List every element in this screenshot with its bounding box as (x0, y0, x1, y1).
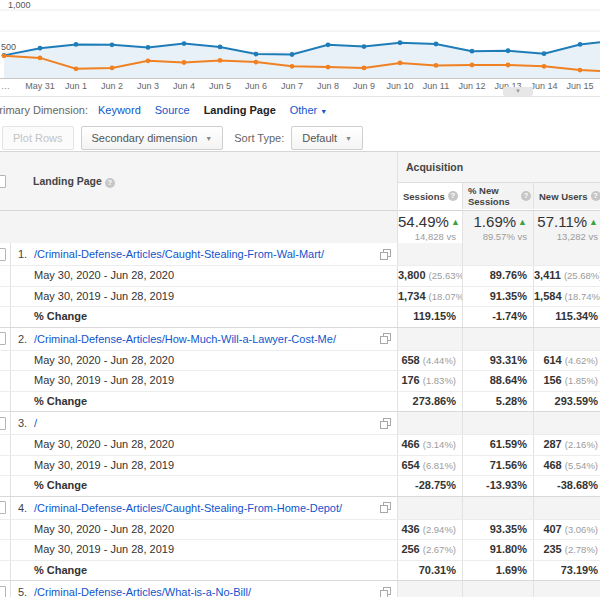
empty-metric-cell (462, 243, 533, 265)
landing-page-row-group: 1. /Criminal-Defense-Articles/Caught-Ste… (0, 243, 600, 327)
new-users-summary-pct: 57.11% (537, 213, 587, 230)
help-icon[interactable]: ? (521, 191, 531, 201)
sessions-value: 176 (401, 374, 419, 386)
row-index: 2. (18, 333, 34, 345)
row-checkbox[interactable] (0, 332, 6, 345)
svg-text:Jun 1: Jun 1 (65, 81, 87, 91)
line-chart: 1,000500May 31Jun 1Jun 2Jun 3Jun 4Jun 5J… (0, 0, 600, 96)
svg-text:Jun 6: Jun 6 (245, 81, 267, 91)
new-sessions-value: 61.59% (490, 438, 527, 450)
open-in-new-icon[interactable] (380, 502, 391, 513)
secondary-dimension-dropdown[interactable]: Secondary dimension ▼ (81, 126, 224, 150)
open-in-new-icon[interactable] (380, 249, 391, 260)
row-checkbox-cell (0, 581, 10, 597)
new-users-value: 407 (543, 523, 561, 535)
svg-text:Jun 9: Jun 9 (353, 81, 375, 91)
new-sessions-value: -13.93% (486, 479, 527, 491)
sessions-column-header[interactable]: Sessions?↓ (397, 183, 462, 209)
new-sessions-header-label: % New Sessions (468, 185, 518, 207)
help-icon[interactable]: ? (448, 191, 458, 201)
sessions-value: 273.86% (413, 395, 456, 407)
sessions-pct-of-total: (1.83%) (423, 375, 456, 386)
select-all-checkbox[interactable] (0, 175, 6, 188)
sessions-pct-of-total: (18.07%) (429, 291, 462, 302)
open-in-new-icon[interactable] (380, 333, 391, 344)
new-users-value: 1,584 (534, 290, 562, 302)
table-row: 5. /Criminal-Defense-Articles/What-is-a-… (0, 581, 600, 597)
table-row: % Change 70.31% 1.69% 73.19% (0, 560, 600, 581)
svg-text:1,000: 1,000 (8, 0, 31, 10)
svg-text:Jun 14: Jun 14 (530, 81, 557, 91)
empty-metric-cell (397, 412, 462, 434)
new-users-header-label: New Users (539, 191, 588, 202)
percent-change-label: % Change (11, 476, 87, 496)
row-index: 1. (18, 248, 34, 260)
sessions-over-time-chart: 1,000500May 31Jun 1Jun 2Jun 3Jun 4Jun 5J… (0, 0, 600, 97)
landing-page-link[interactable]: /Criminal-Defense-Articles/How-Much-Will… (34, 333, 336, 345)
new-users-pct-of-total: (4.62%) (565, 355, 598, 366)
sort-type-dropdown[interactable]: Default ▼ (291, 126, 363, 150)
new-sessions-value: 91.80% (490, 543, 527, 555)
date-range-label: May 30, 2019 - Jun 28, 2019 (11, 456, 174, 476)
landing-pages-table: Landing Page? Acquisition Sessions?↓ % N… (0, 151, 600, 597)
new-users-pct-of-total: (5.54%) (565, 460, 598, 471)
empty-metric-cell (462, 412, 533, 434)
row-checkbox[interactable] (0, 501, 6, 514)
table-header: Landing Page? Acquisition Sessions?↓ % N… (0, 152, 600, 211)
percent-change-label: % Change (11, 561, 87, 581)
open-in-new-icon[interactable] (380, 418, 391, 429)
row-index: 3. (18, 417, 34, 429)
chart-collapse-handle[interactable]: ▼ (503, 87, 533, 96)
new-users-column-header[interactable]: New Users? (533, 183, 600, 209)
dimension-link-keyword[interactable]: Keyword (98, 104, 141, 116)
percent-change-label: % Change (11, 392, 87, 412)
svg-text:Jun 15: Jun 15 (566, 81, 593, 91)
new-users-pct-of-total: (3.06%) (565, 524, 598, 535)
new-sessions-value: 5.28% (496, 395, 527, 407)
empty-metric-cell (533, 497, 600, 519)
row-checkbox[interactable] (0, 586, 6, 597)
empty-metric-cell (533, 328, 600, 350)
landing-page-link[interactable]: /Criminal-Defense-Articles/Caught-Steali… (34, 502, 342, 514)
landing-page-link[interactable]: /Criminal-Defense-Articles/Caught-Steali… (34, 248, 324, 260)
dimension-link-source[interactable]: Source (155, 104, 190, 116)
table-toolbar: Plot Rows Secondary dimension ▼ Sort Typ… (0, 125, 600, 151)
landing-page-header-label: Landing Page (33, 175, 102, 187)
dimension-link-other[interactable]: Other▼ (290, 104, 327, 116)
empty-metric-cell (533, 581, 600, 597)
svg-text:Jun 8: Jun 8 (317, 81, 339, 91)
table-row: May 30, 2019 - Jun 28, 2019 654(6.81%) 7… (0, 455, 600, 476)
landing-page-row-group: 5. /Criminal-Defense-Articles/What-is-a-… (0, 580, 600, 597)
new-users-summary-detail: 13,282 vs 8,454 (534, 231, 598, 243)
new-sessions-value: 93.31% (490, 354, 527, 366)
date-range-label: May 30, 2020 - Jun 28, 2020 (11, 435, 174, 455)
open-in-new-icon[interactable] (380, 587, 391, 597)
dimension-selected-landing-page[interactable]: Landing Page (204, 104, 276, 116)
new-sessions-value: 89.76% (490, 269, 527, 281)
landing-page-link[interactable]: / (34, 417, 37, 429)
help-icon[interactable]: ? (591, 191, 600, 201)
percent-change-label: % Change (11, 307, 87, 327)
landing-page-header-cell[interactable]: Landing Page? (0, 152, 397, 210)
landing-page-link[interactable]: /Criminal-Defense-Articles/What-is-a-No-… (34, 586, 251, 597)
sessions-value: 3,800 (398, 269, 426, 281)
row-checkbox[interactable] (0, 248, 6, 261)
new-sessions-value: 71.56% (490, 459, 527, 471)
empty-metric-cell (462, 497, 533, 519)
help-icon[interactable]: ? (105, 178, 115, 188)
sessions-pct-of-total: (2.94%) (423, 524, 456, 535)
table-row: May 30, 2019 - Jun 28, 2019 1,734(18.07%… (0, 286, 600, 307)
empty-metric-cell (397, 581, 462, 597)
plot-rows-button[interactable]: Plot Rows (2, 126, 74, 150)
date-range-label: May 30, 2020 - Jun 28, 2020 (11, 266, 174, 286)
new-sessions-value: 91.35% (490, 290, 527, 302)
sessions-pct-of-total: (4.44%) (423, 355, 456, 366)
new-sessions-column-header[interactable]: % New Sessions? (462, 183, 533, 209)
secondary-dimension-label: Secondary dimension (92, 132, 198, 144)
table-row: % Change 273.86% 5.28% 293.59% (0, 391, 600, 412)
chevron-down-icon: ▼ (205, 135, 212, 142)
landing-page-row-group: 2. /Criminal-Defense-Articles/How-Much-W… (0, 327, 600, 412)
row-checkbox[interactable] (0, 417, 6, 430)
date-range-label: May 30, 2019 - Jun 28, 2019 (11, 287, 174, 307)
sessions-value: 466 (401, 438, 419, 450)
